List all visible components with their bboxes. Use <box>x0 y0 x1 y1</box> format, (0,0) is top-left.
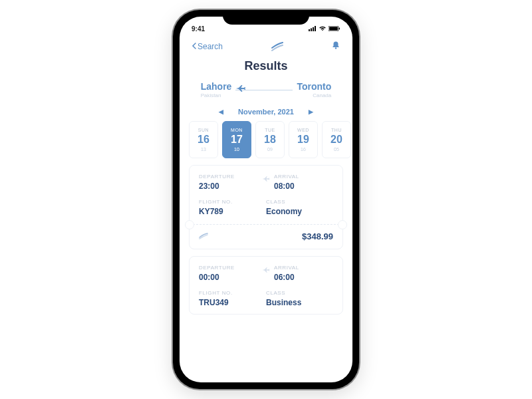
svg-rect-0 <box>309 29 310 31</box>
day-picker: SUN1613MON1710TUE1809WED1916THU2005 <box>180 121 352 158</box>
day-option[interactable]: THU2005 <box>322 121 351 158</box>
ticket-divider <box>190 224 342 225</box>
origin: Lahore Pakistan <box>201 81 232 98</box>
flight-card[interactable]: DEPARTURE00:00ARRIVAL06:00FLIGHT NO.TRU3… <box>189 256 343 315</box>
day-number: 19 <box>297 134 309 146</box>
departure-time: 23:00 <box>199 182 258 191</box>
flight-no-label: FLIGHT NO. <box>199 290 266 296</box>
origin-country: Pakistan <box>201 92 232 98</box>
route-line <box>235 90 293 90</box>
day-of-week: THU <box>331 128 342 132</box>
svg-rect-6 <box>339 28 340 30</box>
plane-icon <box>262 174 270 186</box>
day-count: 10 <box>234 147 239 152</box>
departure-label: DEPARTURE <box>199 174 258 180</box>
arrival-label: ARRIVAL <box>274 265 333 271</box>
svg-rect-3 <box>315 26 316 31</box>
day-count: 05 <box>334 147 339 152</box>
plane-icon <box>262 265 270 277</box>
month-label: November, 2021 <box>238 108 294 116</box>
signal-icon <box>309 26 317 31</box>
day-option[interactable]: SUN1613 <box>189 121 218 158</box>
notch <box>223 10 309 25</box>
svg-rect-5 <box>329 27 338 31</box>
flight-no: TRU349 <box>199 298 266 307</box>
flight-no-label: FLIGHT NO. <box>199 199 266 205</box>
class-label: CLASS <box>266 199 333 205</box>
price-row: $348.99 <box>199 230 333 242</box>
next-month-button[interactable]: ▶ <box>309 108 313 115</box>
page-title: Results <box>180 59 352 73</box>
destination: Toronto Canada <box>297 81 331 98</box>
svg-rect-2 <box>313 27 314 31</box>
arrival-label: ARRIVAL <box>274 174 333 180</box>
day-option[interactable]: MON1710 <box>222 121 251 158</box>
origin-city: Lahore <box>201 81 232 92</box>
class-label: CLASS <box>266 290 333 296</box>
day-of-week: WED <box>297 128 309 132</box>
day-option[interactable]: WED1916 <box>289 121 318 158</box>
month-selector: ◀ November, 2021 ▶ <box>180 108 352 116</box>
departure-label: DEPARTURE <box>199 265 258 271</box>
svg-point-7 <box>335 47 336 49</box>
flight-class: Economy <box>266 207 333 216</box>
back-label: Search <box>198 42 223 51</box>
day-number: 16 <box>198 134 209 146</box>
app-logo-icon <box>271 42 283 51</box>
flight-class: Business <box>266 298 333 307</box>
wifi-icon <box>319 26 327 31</box>
day-of-week: MON <box>231 128 243 132</box>
day-of-week: TUE <box>265 128 275 132</box>
back-button[interactable]: Search <box>192 42 223 51</box>
battery-icon <box>329 26 340 31</box>
phone-frame: 9:41 Search <box>173 10 359 389</box>
arrival-time: 06:00 <box>274 273 333 282</box>
status-indicators <box>309 26 340 31</box>
notification-button[interactable] <box>331 41 340 53</box>
svg-rect-1 <box>311 29 312 32</box>
day-count: 16 <box>301 147 306 152</box>
flight-price: $348.99 <box>302 231 333 241</box>
day-of-week: SUN <box>198 128 209 132</box>
flight-no: KY789 <box>199 207 266 216</box>
airline-logo-icon <box>199 230 208 242</box>
day-number: 17 <box>231 134 243 146</box>
day-option[interactable]: TUE1809 <box>255 121 285 158</box>
screen: 9:41 Search <box>180 17 352 382</box>
day-number: 18 <box>264 134 276 146</box>
chevron-left-icon <box>192 42 196 51</box>
status-time: 9:41 <box>192 25 205 33</box>
dest-city: Toronto <box>297 81 331 92</box>
day-count: 13 <box>201 147 206 152</box>
plane-icon <box>235 83 246 96</box>
flight-card[interactable]: DEPARTURE23:00ARRIVAL08:00FLIGHT NO.KY78… <box>189 165 343 249</box>
top-nav: Search <box>180 35 352 55</box>
day-number: 20 <box>331 134 342 146</box>
departure-time: 00:00 <box>199 273 258 282</box>
route-summary: Lahore Pakistan Toronto Canada <box>180 81 352 98</box>
arrival-time: 08:00 <box>274 182 333 191</box>
prev-month-button[interactable]: ◀ <box>219 108 223 115</box>
flight-list: DEPARTURE23:00ARRIVAL08:00FLIGHT NO.KY78… <box>180 158 352 315</box>
dest-country: Canada <box>297 92 331 98</box>
day-count: 09 <box>267 147 273 152</box>
